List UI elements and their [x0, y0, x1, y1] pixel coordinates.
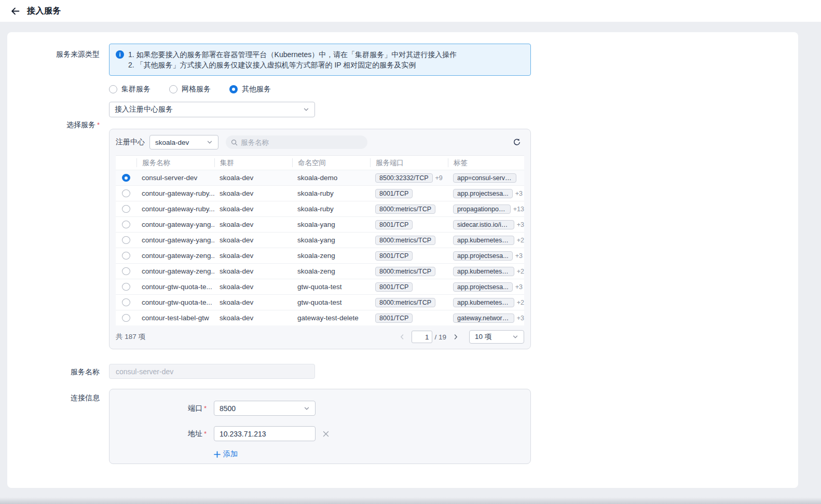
chevron-down-icon: [303, 106, 309, 113]
cell-cluster: skoala-dev: [214, 283, 292, 291]
cell-service-port-more-badge: +9: [435, 174, 443, 182]
add-address-button[interactable]: 添加: [214, 449, 530, 459]
cell-service-name: contour-test-label-gtw: [136, 314, 214, 322]
table-row[interactable]: contour-gateway-zeng...skoala-devskoala-…: [116, 248, 524, 263]
radio-circle-icon: [169, 85, 177, 93]
page-number-input[interactable]: [412, 331, 432, 343]
cell-service-port: 8001/TCP: [370, 251, 448, 261]
address-input[interactable]: [214, 426, 316, 441]
radio-label: 网格服务: [182, 85, 211, 94]
cell-tag-more-badge: +3: [515, 252, 523, 260]
page-header: 接入服务: [0, 0, 821, 22]
required-asterisk: *: [204, 404, 207, 412]
cell-service-port: 8001/TCP: [370, 282, 448, 292]
access-mode-select[interactable]: 接入注册中心服务: [109, 102, 315, 117]
cell-tag-chip: app.kubernetes.i...: [453, 267, 514, 276]
cell-service-name: contour-gtw-quota-te...: [136, 298, 214, 306]
refresh-button[interactable]: [513, 138, 521, 146]
required-asterisk: *: [204, 430, 207, 438]
cell-service-port-chip: 8001/TCP: [375, 189, 413, 198]
radio-other-service[interactable]: 其他服务: [229, 85, 271, 94]
row-radio[interactable]: [122, 205, 130, 213]
cell-service-port-chip: 8000:metrics/TCP: [375, 267, 435, 276]
next-page-button[interactable]: [450, 332, 461, 342]
cell-service-port: 8500:32332/TCP+9: [370, 173, 448, 183]
cell-service-name: contour-gateway-yang...: [136, 236, 214, 244]
cell-namespace: skoala-yang: [292, 236, 370, 244]
info-icon: i: [116, 50, 124, 59]
row-radio[interactable]: [122, 314, 130, 322]
cell-tag: app=consul-server-...: [448, 173, 524, 183]
table-row[interactable]: contour-gateway-yang...skoala-devskoala-…: [116, 232, 524, 248]
table-row[interactable]: contour-gateway-ruby...skoala-devskoala-…: [116, 185, 524, 201]
cell-tag: app.kubernetes.i...+2: [448, 267, 524, 276]
registry-value: skoala-dev: [155, 139, 189, 146]
cell-tag-chip: sidecar.istio.io/inj...: [453, 220, 514, 229]
service-search-input[interactable]: [241, 139, 355, 146]
row-radio[interactable]: [122, 298, 130, 306]
port-select[interactable]: 8500: [214, 401, 316, 416]
cell-tag: app.projectsesa...+3: [448, 251, 524, 261]
arrow-left-icon: [10, 6, 20, 16]
cell-tag: app.kubernetes.i...+2: [448, 236, 524, 245]
cell-service-name: contour-gateway-zeng...: [136, 267, 214, 275]
cell-tag-chip: app.projectsesa...: [453, 189, 513, 198]
service-select-panel: 注册中心 skoala-dev: [109, 129, 531, 349]
radio-circle-icon: [109, 85, 117, 93]
cell-service-port: 8001/TCP: [370, 314, 448, 323]
registry-label: 注册中心: [116, 138, 145, 147]
row-radio[interactable]: [122, 221, 130, 228]
row-radio[interactable]: [122, 252, 130, 260]
chevron-left-icon: [399, 334, 405, 340]
service-table: 服务名称 集群 命名空间 服务端口 标签 consul-server-devsk…: [116, 155, 524, 325]
table-row[interactable]: consul-server-devskoala-devskoala-demo85…: [116, 170, 524, 185]
table-row[interactable]: contour-test-label-gtwskoala-devgateway-…: [116, 310, 524, 325]
radio-cluster-service[interactable]: 集群服务: [109, 85, 150, 94]
table-row[interactable]: contour-gtw-quota-te...skoala-devgtw-quo…: [116, 294, 524, 310]
table-row[interactable]: contour-gateway-zeng...skoala-devskoala-…: [116, 263, 524, 279]
table-row[interactable]: contour-gateway-ruby...skoala-devskoala-…: [116, 201, 524, 216]
bottom-scrollbar[interactable]: [0, 497, 821, 504]
registry-select[interactable]: skoala-dev: [149, 135, 218, 149]
service-search[interactable]: [226, 135, 367, 149]
row-radio[interactable]: [122, 283, 130, 291]
notice-box: i 1. 如果您要接入的服务部署在容器管理平台（Kubernetes）中，请在「…: [109, 44, 531, 76]
cell-service-port-chip: 8001/TCP: [375, 251, 413, 261]
pagination: 共 187 项 / 19: [110, 325, 530, 349]
service-name-label: 服务名称: [7, 364, 100, 379]
cell-service-name: contour-gateway-zeng...: [136, 252, 214, 260]
table-row[interactable]: contour-gtw-quota-te...skoala-devgtw-quo…: [116, 279, 524, 294]
table-row[interactable]: contour-gateway-yang...skoala-devskoala-…: [116, 216, 524, 232]
cell-namespace: skoala-zeng: [292, 267, 370, 275]
row-radio[interactable]: [122, 189, 130, 197]
port-label: 端口: [188, 404, 202, 412]
page-size-select[interactable]: 10 项: [469, 330, 524, 344]
radio-label: 集群服务: [121, 85, 150, 94]
cell-tag-more-badge: +3: [515, 283, 523, 291]
row-radio[interactable]: [122, 267, 130, 275]
page-size-value: 10 项: [475, 332, 491, 342]
radio-mesh-service[interactable]: 网格服务: [169, 85, 211, 94]
back-button[interactable]: [8, 4, 22, 18]
cell-service-port: 8000:metrics/TCP: [370, 298, 448, 307]
col-service-port: 服务端口: [370, 158, 448, 167]
remove-address-button[interactable]: [322, 430, 330, 438]
cell-tag-chip: app.kubernetes.i...: [453, 298, 514, 307]
col-namespace: 命名空间: [292, 158, 370, 167]
cell-service-port-chip: 8001/TCP: [375, 314, 413, 323]
cell-tag-more-badge: +2: [517, 299, 524, 306]
cell-tag: gateway.network...+3: [448, 314, 524, 323]
prev-page-button[interactable]: [397, 332, 407, 342]
cell-service-port-chip: 8000:metrics/TCP: [375, 205, 435, 214]
cell-service-port: 8000:metrics/TCP: [370, 236, 448, 245]
cell-service-port: 8000:metrics/TCP: [370, 205, 448, 214]
row-radio[interactable]: [122, 236, 130, 244]
col-service-name: 服务名称: [136, 158, 214, 167]
cell-tag-chip: propagationpoli...: [453, 205, 511, 214]
radio-label: 其他服务: [242, 85, 271, 94]
page-title: 接入服务: [27, 6, 61, 17]
cell-tag-more-badge: +3: [517, 315, 524, 322]
cell-tag: app.kubernetes.i...+2: [448, 298, 524, 307]
plus-icon: [214, 451, 221, 458]
row-radio[interactable]: [122, 174, 130, 182]
